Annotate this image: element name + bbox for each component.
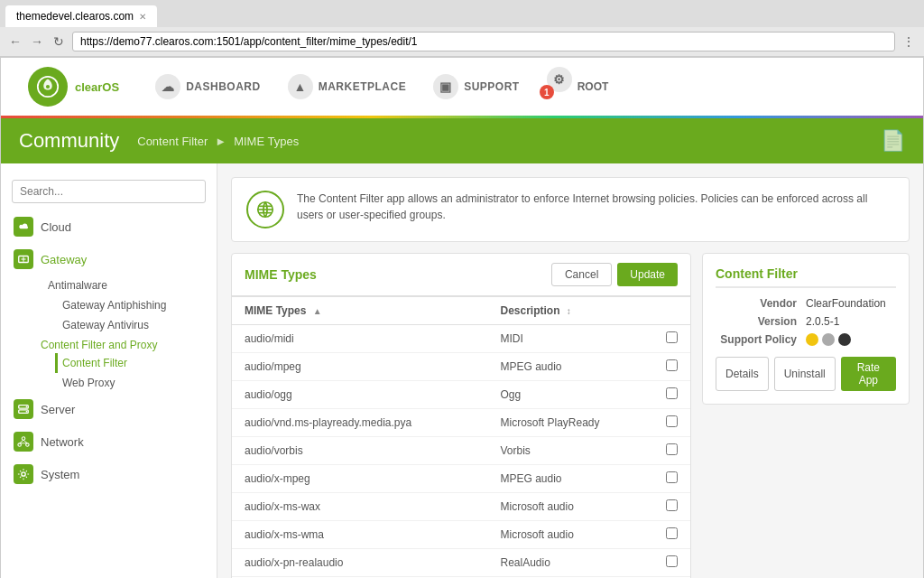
sidebar-cloud-label: Cloud bbox=[41, 220, 71, 234]
sidebar-gateway-antiphishing[interactable]: Gateway Antiphishing bbox=[55, 295, 217, 315]
nav-support[interactable]: ▣ SUPPORT bbox=[433, 67, 520, 107]
sidebar-content-filter-proxy[interactable]: Content Filter and Proxy bbox=[41, 335, 217, 353]
table-row: audio/x-mpeg MPEG audio bbox=[232, 465, 690, 493]
cancel-button[interactable]: Cancel bbox=[551, 263, 612, 286]
root-badge: 1 bbox=[540, 85, 554, 99]
info-banner: The Content Filter app allows an adminis… bbox=[231, 177, 910, 242]
nav-marketplace[interactable]: ▲ MARKETPLACE bbox=[288, 67, 407, 107]
desc-cell: Microsoft audio bbox=[487, 521, 653, 549]
sidebar-item-system[interactable]: System bbox=[1, 458, 217, 490]
svg-point-5 bbox=[26, 406, 28, 408]
sidebar-content-filter[interactable]: Content Filter bbox=[55, 353, 217, 373]
section-title: Community bbox=[19, 129, 119, 153]
row-checkbox[interactable] bbox=[666, 415, 678, 427]
check-cell[interactable] bbox=[653, 409, 690, 437]
table-row: audio/x-ms-wax Microsoft audio bbox=[232, 493, 690, 521]
content-right: MIME Types Cancel Update MIME Types ▲ bbox=[231, 253, 910, 578]
row-checkbox[interactable] bbox=[666, 527, 678, 539]
browser-tab[interactable]: themedevel.clearos.com ✕ bbox=[5, 5, 157, 27]
green-header: Community Content Filter ► MIME Types 📄 bbox=[1, 118, 923, 163]
mime-cell: audio/ogg bbox=[232, 381, 487, 409]
table-row: audio/x-ms-wma Microsoft audio bbox=[232, 521, 690, 549]
desc-cell: Ogg bbox=[487, 381, 653, 409]
back-button[interactable]: ← bbox=[7, 33, 23, 50]
sidebar-server-label: Server bbox=[41, 403, 75, 416]
sidebar-item-gateway[interactable]: Gateway bbox=[1, 243, 217, 275]
sidebar-network-label: Network bbox=[41, 435, 84, 449]
check-cell[interactable] bbox=[653, 353, 690, 381]
mime-cell: audio/midi bbox=[232, 325, 487, 353]
sidebar-item-cloud[interactable]: Cloud bbox=[1, 210, 217, 243]
vendor-label: Vendor bbox=[716, 297, 806, 310]
check-cell[interactable] bbox=[653, 381, 690, 409]
top-nav: clearOS ☁ DASHBOARD ▲ MARKETPLACE ▣ SUPP… bbox=[1, 58, 923, 118]
check-cell[interactable] bbox=[653, 437, 690, 465]
table-row: audio/midi MIDI bbox=[232, 325, 690, 353]
check-cell[interactable] bbox=[653, 465, 690, 493]
info-card-title: Content Filter bbox=[716, 266, 896, 288]
nav-root[interactable]: ⚙ 1 ROOT bbox=[547, 67, 609, 107]
sidebar-antimalware[interactable]: Antimalware bbox=[41, 275, 217, 295]
app-container: clearOS ☁ DASHBOARD ▲ MARKETPLACE ▣ SUPP… bbox=[0, 57, 924, 578]
forward-button[interactable]: → bbox=[29, 33, 45, 50]
server-icon bbox=[14, 399, 33, 419]
vendor-row: Vendor ClearFoundation bbox=[716, 297, 896, 310]
version-row: Version 2.0.5-1 bbox=[716, 315, 896, 328]
support-label: Support Policy bbox=[716, 333, 806, 346]
edit-icon: 📄 bbox=[881, 129, 905, 153]
rate-app-button[interactable]: Rate App bbox=[841, 357, 896, 391]
search-input[interactable] bbox=[12, 180, 206, 203]
menu-button[interactable]: ⋮ bbox=[901, 33, 917, 50]
nav-dashboard[interactable]: ☁ DASHBOARD bbox=[155, 67, 261, 107]
desc-cell: Microsoft audio bbox=[487, 493, 653, 521]
sidebar-web-proxy[interactable]: Web Proxy bbox=[55, 373, 217, 393]
address-bar: ← → ↻ ⋮ bbox=[0, 27, 924, 56]
right-panel: Content Filter Vendor ClearFoundation Ve… bbox=[702, 253, 910, 578]
row-checkbox[interactable] bbox=[666, 359, 678, 371]
vendor-value: ClearFoundation bbox=[806, 297, 886, 310]
sidebar-gateway-subitems: Antimalware Gateway Antiphishing Gateway… bbox=[1, 275, 217, 393]
check-cell[interactable] bbox=[653, 549, 690, 577]
sidebar-gateway-antivirus[interactable]: Gateway Antivirus bbox=[55, 315, 217, 335]
marketplace-icon: ▲ bbox=[288, 74, 313, 99]
col-mime-types[interactable]: MIME Types ▲ bbox=[232, 297, 487, 325]
row-checkbox[interactable] bbox=[666, 499, 678, 511]
network-icon bbox=[14, 432, 33, 452]
col-description[interactable]: Description ↕ bbox=[487, 297, 653, 325]
desc-cell: Microsoft PlayReady bbox=[487, 409, 653, 437]
row-checkbox[interactable] bbox=[666, 331, 678, 343]
nav-marketplace-label: MARKETPLACE bbox=[319, 80, 407, 93]
check-cell[interactable] bbox=[653, 521, 690, 549]
sidebar: Cloud Gateway Antimalware Gateway Antiph… bbox=[1, 163, 217, 578]
main-layout: Cloud Gateway Antimalware Gateway Antiph… bbox=[1, 163, 923, 578]
mime-table-section: MIME Types Cancel Update MIME Types ▲ bbox=[231, 253, 691, 578]
sort-icon-mime: ▲ bbox=[313, 306, 322, 316]
check-cell[interactable] bbox=[653, 325, 690, 353]
row-checkbox[interactable] bbox=[666, 555, 678, 567]
table-row: audio/vorbis Vorbis bbox=[232, 437, 690, 465]
row-checkbox[interactable] bbox=[666, 471, 678, 483]
logo-text: clearOS bbox=[75, 80, 119, 94]
sidebar-item-server[interactable]: Server bbox=[1, 393, 217, 425]
breadcrumb: Content Filter ► MIME Types bbox=[137, 135, 299, 148]
tab-close-button[interactable]: ✕ bbox=[139, 12, 146, 22]
table-row: audio/x-pn-realaudio RealAudio bbox=[232, 549, 690, 577]
reload-button[interactable]: ↻ bbox=[51, 33, 67, 50]
sidebar-item-network[interactable]: Network bbox=[1, 425, 217, 458]
row-checkbox[interactable] bbox=[666, 443, 678, 455]
row-checkbox[interactable] bbox=[666, 387, 678, 399]
nav-items: ☁ DASHBOARD ▲ MARKETPLACE ▣ SUPPORT ⚙ 1 … bbox=[155, 67, 608, 107]
cloud-icon bbox=[14, 217, 33, 237]
support-dots bbox=[806, 333, 851, 346]
uninstall-button[interactable]: Uninstall bbox=[774, 357, 836, 391]
update-button[interactable]: Update bbox=[617, 263, 678, 286]
svg-point-9 bbox=[26, 443, 30, 447]
svg-point-6 bbox=[26, 411, 28, 413]
content-area: The Content Filter app allows an adminis… bbox=[217, 163, 923, 578]
details-button[interactable]: Details bbox=[716, 357, 769, 391]
desc-cell: MIDI bbox=[487, 325, 653, 353]
breadcrumb-parent[interactable]: Content Filter bbox=[137, 135, 208, 148]
info-text: The Content Filter app allows an adminis… bbox=[297, 191, 894, 223]
url-input[interactable] bbox=[72, 32, 895, 51]
check-cell[interactable] bbox=[653, 493, 690, 521]
